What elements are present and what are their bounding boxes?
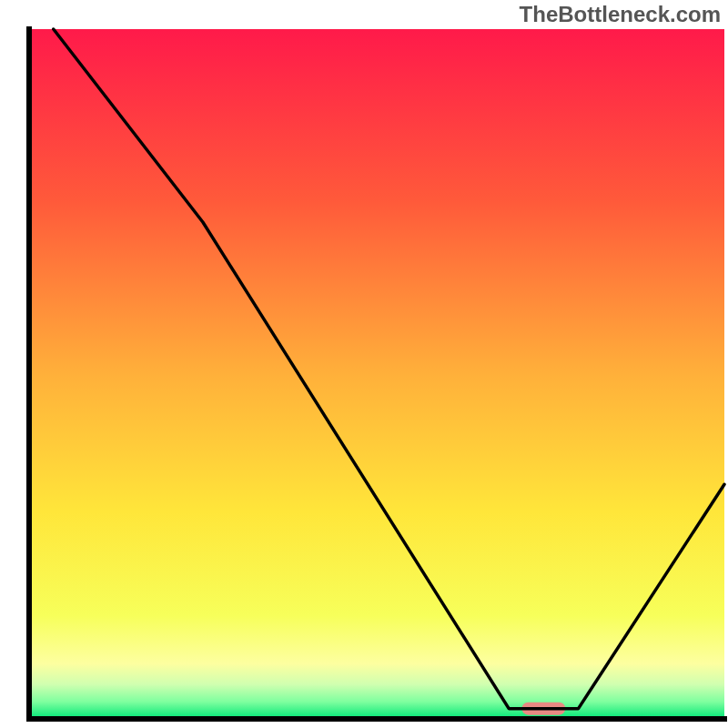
chart-canvas <box>0 0 728 728</box>
watermark-label: TheBottleneck.com <box>520 2 721 27</box>
bottleneck-chart: TheBottleneck.com <box>0 0 728 728</box>
